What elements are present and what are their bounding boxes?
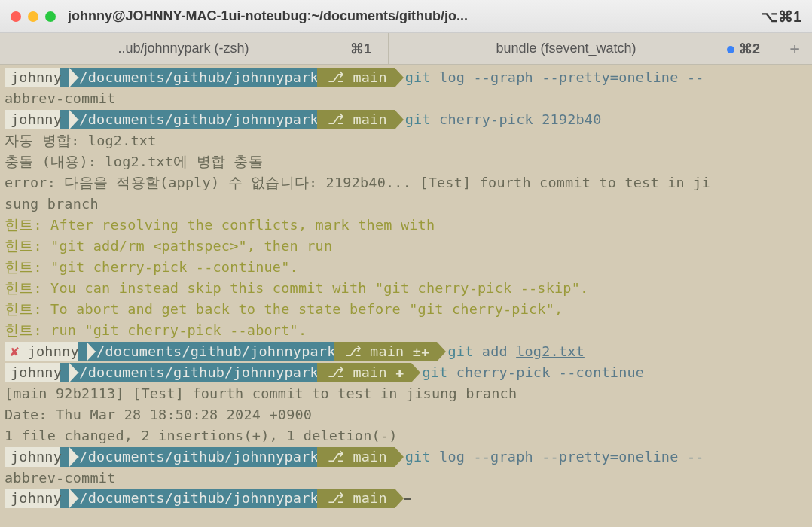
tab-bar: ..ub/johnnypark (-zsh) ⌘1 bundle (fseven… [0,33,812,65]
prompt-branch-segment: ⎇ main [317,68,395,87]
output-line: sung branch [5,193,807,215]
hint-line: 힌트: "git cherry-pick --continue". [5,257,807,278]
prompt-user-segment: johnny [5,447,69,467]
tab-label: bundle (fsevent_watch) [405,41,727,56]
prompt-line-current: johnny ~/documents/github/johnnypark ⎇ m… [5,489,807,508]
output-line: Date: Thu Mar 28 18:50:28 2024 +0900 [5,404,807,425]
prompt-user-segment: johnny [5,68,69,87]
prompt-line-error: ✘ johnny ~/documents/github/johnnypark ⎇… [5,341,807,362]
new-tab-button[interactable]: + [777,33,812,64]
output-line: 1 file changed, 2 insertions(+), 1 delet… [5,425,807,446]
command-text: git cherry-pick 2192b40 [405,109,602,130]
traffic-lights [11,11,56,22]
output-line: [main 92b2113] [Test] fourth commit to t… [5,383,807,404]
output-line: 자동 병합: log2.txt [5,130,807,151]
prompt-line: johnny ~/documents/github/johnnypark ⎇ m… [5,109,807,130]
hint-line: 힌트: After resolving the conflicts, mark … [5,215,807,236]
hint-line: 힌트: You can instead skip this commit wit… [5,278,807,299]
terminal-content[interactable]: johnny ~/documents/github/johnnypark ⎇ m… [0,65,812,527]
hint-line: 힌트: To abort and get back to the state b… [5,299,807,320]
tab-2[interactable]: bundle (fsevent_watch) ⌘2 [389,33,777,64]
prompt-path-segment: ~/documents/github/johnnypark [60,68,326,87]
activity-dot-icon [727,46,734,53]
prompt-user-segment: johnny [5,489,69,508]
prompt-path-segment: ~/documents/github/johnnypark [60,489,326,508]
window-shortcut: ⌥⌘1 [761,8,801,26]
prompt-line: johnny ~/documents/github/johnnypark ⎇ m… [5,67,807,88]
prompt-branch-segment: ⎇ main [317,489,395,508]
hint-line: 힌트: "git add/rm <pathspec>", then run [5,236,807,257]
error-x-icon: ✘ [11,343,19,359]
command-text: git log --graph --pretty=oneline -- [405,446,704,468]
output-line: error: 다음을 적용할(apply) 수 없습니다: 2192b40...… [5,172,807,193]
command-continuation: abbrev-commit [5,88,807,109]
command-text: git cherry-pick --continue [422,362,644,383]
tab-shortcut: ⌘2 [727,41,760,57]
prompt-path-segment: ~/documents/github/johnnypark [60,110,326,129]
output-line: 충돌 (내용): log2.txt에 병합 충돌 [5,151,807,172]
prompt-branch-segment: ⎇ main [317,447,395,467]
window-titlebar: johnny@JOHNNY-MAC-1ui-noteubug:~/documen… [0,0,812,33]
cursor-icon [404,498,411,500]
prompt-user-segment: johnny [5,110,69,129]
close-icon[interactable] [11,11,21,22]
minimize-icon[interactable] [28,11,38,22]
hint-line: 힌트: run "git cherry-pick --abort". [5,320,807,341]
prompt-branch-segment: ⎇ main [317,110,395,129]
command-text: git add log2.txt [447,341,584,362]
prompt-path-segment: ~/documents/github/johnnypark [60,447,326,467]
prompt-branch-segment: ⎇ main ✚ [317,363,412,382]
tab-1[interactable]: ..ub/johnnypark (-zsh) ⌘1 [0,33,389,64]
prompt-line: johnny ~/documents/github/johnnypark ⎇ m… [5,446,807,468]
prompt-path-segment: ~/documents/github/johnnypark [78,342,343,361]
prompt-user-segment: ✘ johnny [5,342,87,361]
command-continuation: abbrev-commit [5,468,807,489]
prompt-path-segment: ~/documents/github/johnnypark [60,363,326,382]
maximize-icon[interactable] [45,11,56,22]
tab-label: ..ub/johnnypark (-zsh) [17,41,350,56]
command-text: git log --graph --pretty=oneline -- [405,67,704,88]
tab-shortcut: ⌘1 [350,41,371,57]
prompt-user-segment: johnny [5,363,69,382]
prompt-line: johnny ~/documents/github/johnnypark ⎇ m… [5,362,807,383]
window-title: johnny@JOHNNY-MAC-1ui-noteubug:~/documen… [68,8,753,24]
prompt-branch-segment: ⎇ main ±✚ [334,342,438,361]
